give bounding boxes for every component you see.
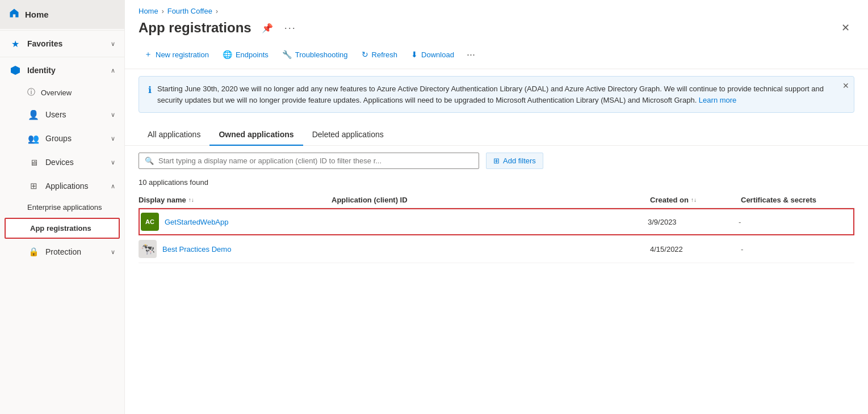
learn-more-link[interactable]: Learn more xyxy=(699,96,736,104)
alert-text: Starting June 30th, 2020 we will no long… xyxy=(157,83,845,105)
close-button[interactable]: ✕ xyxy=(837,20,854,35)
download-label: Download xyxy=(421,50,454,59)
troubleshooting-button[interactable]: 🔧 Troubleshooting xyxy=(276,47,354,62)
app-name-cell-1: AC GetStartedWebApp xyxy=(141,213,334,231)
protection-chevron: ∨ xyxy=(111,248,115,256)
add-filters-label: Add filters xyxy=(503,157,536,165)
toolbar: ＋ New registration 🌐 Endpoints 🔧 Trouble… xyxy=(125,43,868,69)
breadcrumb-sep1: › xyxy=(162,7,164,15)
refresh-label: Refresh xyxy=(372,50,398,59)
tab-owned-applications[interactable]: Owned applications xyxy=(209,124,303,146)
sidebar-home[interactable]: Home xyxy=(0,0,124,29)
star-icon: ★ xyxy=(9,37,22,50)
breadcrumb-sep2: › xyxy=(216,7,218,15)
certs-1: - xyxy=(739,218,852,226)
groups-icon: 👥 xyxy=(27,132,40,145)
enterprise-apps-label: Enterprise applications xyxy=(27,203,102,212)
info-icon: ℹ xyxy=(148,85,152,95)
app-link-2[interactable]: Best Practices Demo xyxy=(162,245,231,254)
endpoints-label: Endpoints xyxy=(236,50,269,59)
alert-close-button[interactable]: ✕ xyxy=(842,81,849,90)
page-title-row: App registrations 📌 ··· xyxy=(139,20,299,36)
groups-label: Groups xyxy=(45,134,111,143)
table-row: AC GetStartedWebApp 3/9/2023 - xyxy=(139,208,854,235)
overview-label: Overview xyxy=(41,88,72,97)
troubleshooting-label: Troubleshooting xyxy=(295,50,348,59)
protection-icon: 🔒 xyxy=(27,246,40,258)
breadcrumb-home[interactable]: Home xyxy=(139,7,158,15)
new-registration-button[interactable]: ＋ New registration xyxy=(139,46,215,63)
breadcrumb: Home › Fourth Coffee › xyxy=(125,0,868,18)
devices-icon: 🖥 xyxy=(27,156,40,168)
table-header: Display name ↑↓ Application (client) ID … xyxy=(139,192,854,208)
sort-display-name-icon: ↑↓ xyxy=(188,197,194,203)
app-link-1[interactable]: GetStartedWebApp xyxy=(165,218,229,226)
certs-2: - xyxy=(741,245,854,254)
sidebar-home-label: Home xyxy=(25,10,49,19)
sidebar-app-registrations[interactable]: App registrations xyxy=(5,218,120,239)
created-on-1: 3/9/2023 xyxy=(648,218,739,226)
tab-all-applications[interactable]: All applications xyxy=(139,124,209,146)
sidebar-users[interactable]: 👤 Users ∨ xyxy=(0,103,124,126)
protection-label: Protection xyxy=(45,247,111,256)
search-input[interactable] xyxy=(158,157,473,165)
table-row: 🐄 Best Practices Demo 4/15/2022 - xyxy=(139,235,854,263)
results-section: 10 applications found Display name ↑↓ Ap… xyxy=(125,176,868,414)
favorites-label: Favorites xyxy=(27,39,111,48)
globe-icon: 🌐 xyxy=(223,50,232,59)
search-box[interactable]: 🔍 xyxy=(139,153,479,169)
sidebar-enterprise-apps[interactable]: Enterprise applications xyxy=(0,198,124,217)
sidebar-identity[interactable]: Identity ∧ xyxy=(0,58,124,82)
app-avatar-2: 🐄 xyxy=(139,240,157,258)
page-title-icons: 📌 ··· xyxy=(259,21,299,35)
endpoints-button[interactable]: 🌐 Endpoints xyxy=(217,47,274,62)
sidebar-protection[interactable]: 🔒 Protection ∨ xyxy=(0,240,124,264)
search-icon: 🔍 xyxy=(145,157,154,165)
tab-deleted-applications[interactable]: Deleted applications xyxy=(303,124,393,146)
more-options-button[interactable]: ··· xyxy=(282,21,299,35)
sidebar-applications[interactable]: ⊞ Applications ∧ xyxy=(0,174,124,198)
refresh-button[interactable]: ↻ Refresh xyxy=(356,47,404,62)
sidebar: Home ★ Favorites ∨ Identity ∧ ⓘ Overview… xyxy=(0,0,125,414)
sort-created-on-icon: ↑↓ xyxy=(691,197,697,203)
devices-label: Devices xyxy=(45,158,111,167)
overview-icon: ⓘ xyxy=(27,87,35,98)
sidebar-devices[interactable]: 🖥 Devices ∨ xyxy=(0,150,124,174)
sidebar-overview[interactable]: ⓘ Overview xyxy=(0,82,124,103)
toolbar-more-button[interactable]: ··· xyxy=(462,47,480,63)
svg-marker-0 xyxy=(11,66,20,75)
identity-icon xyxy=(9,64,22,77)
col-created-on[interactable]: Created on ↑↓ xyxy=(650,196,741,204)
created-on-2: 4/15/2022 xyxy=(650,245,741,254)
filter-row: 🔍 ⊞ Add filters xyxy=(125,146,868,176)
col-certs: Certificates & secrets xyxy=(741,196,854,204)
results-count: 10 applications found xyxy=(139,178,854,187)
download-icon: ⬇ xyxy=(411,50,418,59)
add-filters-button[interactable]: ⊞ Add filters xyxy=(486,153,543,169)
identity-chevron: ∧ xyxy=(111,67,115,74)
app-avatar-1: AC xyxy=(141,213,159,231)
tabs: All applications Owned applications Dele… xyxy=(125,124,868,146)
col-display-name[interactable]: Display name ↑↓ xyxy=(139,196,332,204)
new-registration-label: New registration xyxy=(156,50,209,59)
download-button[interactable]: ⬇ Download xyxy=(405,47,460,62)
applications-chevron: ∧ xyxy=(111,183,115,190)
page-title: App registrations xyxy=(139,20,251,36)
plus-icon: ＋ xyxy=(144,49,152,60)
main-content: Home › Fourth Coffee › App registrations… xyxy=(125,0,868,414)
users-chevron: ∨ xyxy=(111,111,115,119)
alert-banner: ℹ Starting June 30th, 2020 we will no lo… xyxy=(139,76,854,113)
breadcrumb-org[interactable]: Fourth Coffee xyxy=(167,7,212,15)
sidebar-groups[interactable]: 👥 Groups ∨ xyxy=(0,126,124,150)
sidebar-favorites[interactable]: ★ Favorites ∨ xyxy=(0,32,124,56)
users-label: Users xyxy=(45,110,111,119)
chevron-down-icon: ∨ xyxy=(111,40,115,48)
devices-chevron: ∨ xyxy=(111,159,115,166)
home-icon xyxy=(9,8,19,21)
pin-button[interactable]: 📌 xyxy=(259,22,275,35)
app-name-cell-2: 🐄 Best Practices Demo xyxy=(139,240,332,258)
applications-label: Applications xyxy=(45,181,111,191)
refresh-icon: ↻ xyxy=(362,50,368,59)
identity-label: Identity xyxy=(27,66,111,75)
col-app-id: Application (client) ID xyxy=(332,196,650,204)
